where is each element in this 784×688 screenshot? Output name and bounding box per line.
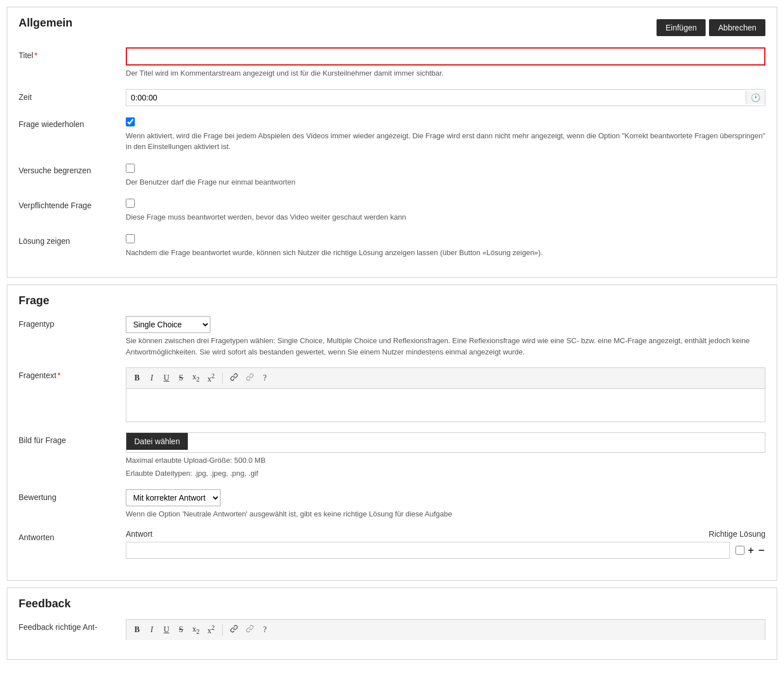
allgemein-title: Allgemein: [19, 16, 73, 29]
zeit-input-wrapper: 🕐: [126, 89, 765, 106]
frage-wiederholen-label: Frage wiederholen: [19, 116, 126, 129]
fragentyp-label: Fragentyp: [19, 316, 126, 328]
loesung-zeigen-label: Lösung zeigen: [19, 233, 126, 246]
add-answer-button[interactable]: +: [747, 545, 755, 555]
fragentext-row: Fragentext* B I U S x2 x2: [19, 367, 765, 422]
answer-input[interactable]: [126, 542, 730, 559]
allgemein-section: Allgemein Einfügen Abbrechen Titel* Der …: [7, 7, 777, 278]
bild-fuer-frage-label: Bild für Frage: [19, 432, 126, 445]
versuche-begrenzen-row: Versuche begrenzen Der Benutzer darf die…: [19, 163, 765, 188]
feedback-subscript-btn[interactable]: x2: [190, 624, 202, 637]
file-name-display: [188, 439, 765, 446]
rte-divider-1: [222, 373, 223, 384]
feedback-toolbar: B I U S x2 x2 ?: [126, 619, 765, 640]
feedback-unlink-btn[interactable]: [243, 624, 257, 636]
feedback-title: Feedback: [19, 597, 71, 610]
antworten-content: Antwort Richtige Lösung + −: [126, 529, 765, 561]
feedback-richtige-row: Feedback richtige Ant- B I U S x2 x2: [19, 619, 765, 640]
feedback-superscript-btn[interactable]: x2: [205, 623, 218, 637]
fragentext-bold-btn[interactable]: B: [131, 373, 143, 384]
bild-fuer-frage-content: Datei wählen Maximal erlaubte Upload-Grö…: [126, 432, 765, 479]
titel-row: Titel* Der Titel wird im Kommentarstream…: [19, 47, 765, 79]
abbrechen-button[interactable]: Abbrechen: [709, 19, 765, 36]
rte-divider-2: [222, 624, 223, 636]
loesung-zeigen-row: Lösung zeigen Nachdem die Frage beantwor…: [19, 233, 765, 258]
feedback-bold-btn[interactable]: B: [131, 624, 143, 636]
feedback-richtige-label: Feedback richtige Ant-: [19, 619, 126, 632]
allowed-types-hint: Erlaubte Dateitypen: .jpg, .jpeg, .png, …: [126, 468, 765, 479]
frage-wiederholen-content: Wenn aktiviert, wird die Frage bei jedem…: [126, 116, 765, 152]
zeit-content: 🕐: [126, 89, 765, 106]
fragentyp-content: Single Choice Multiple Choice Reflexions…: [126, 316, 765, 357]
feedback-richtige-content: B I U S x2 x2 ?: [126, 619, 765, 640]
loesung-zeigen-checkbox[interactable]: [126, 234, 135, 243]
verpflichtende-frage-checkbox[interactable]: [126, 199, 135, 208]
fragentext-link-btn[interactable]: [227, 372, 241, 384]
titel-label: Titel*: [19, 47, 126, 60]
bewertung-content: Mit korrekter Antwort Neutrale Antworten…: [126, 489, 765, 520]
titel-content: Der Titel wird im Kommentarstream angeze…: [126, 47, 765, 79]
richtige-loesung-col-label: Richtige Lösung: [709, 529, 765, 538]
fragentext-content: B I U S x2 x2 ?: [126, 367, 765, 422]
remove-answer-button[interactable]: −: [757, 545, 765, 555]
feedback-link-btn[interactable]: [227, 624, 241, 636]
file-input-wrapper: Datei wählen: [126, 432, 765, 453]
frage-wiederholen-hint: Wenn aktiviert, wird die Frage bei jedem…: [126, 130, 765, 152]
loesung-zeigen-content: Nachdem die Frage beantwortet wurde, kön…: [126, 233, 765, 258]
bild-fuer-frage-row: Bild für Frage Datei wählen Maximal erla…: [19, 432, 765, 479]
fragentext-label: Fragentext*: [19, 367, 126, 380]
answer-correct-checkbox[interactable]: [735, 546, 745, 555]
frage-title: Frage: [19, 294, 49, 306]
clock-icon[interactable]: 🕐: [746, 91, 765, 104]
fragentext-editor[interactable]: [126, 388, 765, 422]
max-size-hint: Maximal erlaubte Upload-Größe: 500.0 MB: [126, 455, 765, 466]
verpflichtende-frage-label: Verpflichtende Frage: [19, 198, 126, 210]
feedback-underline-btn[interactable]: U: [160, 624, 173, 636]
frage-wiederholen-checkbox[interactable]: [126, 117, 135, 126]
frage-section: Frage Fragentyp Single Choice Multiple C…: [7, 284, 777, 581]
frage-wiederholen-row: Frage wiederholen Wenn aktiviert, wird d…: [19, 116, 765, 152]
versuche-begrenzen-hint: Der Benutzer darf die Frage nur einmal b…: [126, 177, 765, 188]
verpflichtende-frage-hint: Diese Frage muss beantwortet werden, bev…: [126, 212, 765, 223]
feedback-help-btn[interactable]: ?: [259, 624, 271, 636]
verpflichtende-frage-row: Verpflichtende Frage Diese Frage muss be…: [19, 198, 765, 223]
zeit-label: Zeit: [19, 89, 126, 102]
feedback-strikethrough-btn[interactable]: S: [175, 624, 187, 636]
bewertung-label: Bewertung: [19, 489, 126, 502]
datei-waehlen-button[interactable]: Datei wählen: [126, 433, 188, 450]
fragentext-underline-btn[interactable]: U: [160, 373, 173, 384]
bewertung-hint: Wenn die Option 'Neutrale Antworten' aus…: [126, 509, 765, 520]
fragentyp-hint: Sie können zwischen drei Fragetypen wähl…: [126, 335, 765, 357]
einfuegen-button[interactable]: Einfügen: [657, 19, 706, 36]
answers-header: Antwort Richtige Lösung: [126, 529, 765, 538]
page-wrapper: Allgemein Einfügen Abbrechen Titel* Der …: [0, 7, 784, 660]
answer-actions: + −: [735, 545, 765, 555]
header-buttons: Einfügen Abbrechen: [657, 19, 765, 36]
antworten-row: Antworten Antwort Richtige Lösung + −: [19, 529, 765, 561]
fragentext-help-btn[interactable]: ?: [259, 373, 271, 384]
versuche-begrenzen-content: Der Benutzer darf die Frage nur einmal b…: [126, 163, 765, 188]
fragentyp-row: Fragentyp Single Choice Multiple Choice …: [19, 316, 765, 357]
fragentext-italic-btn[interactable]: I: [146, 373, 158, 384]
versuche-begrenzen-label: Versuche begrenzen: [19, 163, 126, 175]
bewertung-row: Bewertung Mit korrekter Antwort Neutrale…: [19, 489, 765, 520]
fragentext-unlink-btn[interactable]: [243, 372, 257, 384]
versuche-begrenzen-checkbox[interactable]: [126, 164, 135, 173]
loesung-zeigen-hint: Nachdem die Frage beantwortet wurde, kön…: [126, 247, 765, 258]
zeit-input[interactable]: [126, 90, 746, 106]
fragentext-strikethrough-btn[interactable]: S: [175, 373, 187, 384]
fragentyp-select[interactable]: Single Choice Multiple Choice Reflexions…: [126, 316, 210, 333]
antworten-label: Antworten: [19, 529, 126, 542]
zeit-row: Zeit 🕐: [19, 89, 765, 106]
verpflichtende-frage-content: Diese Frage muss beantwortet werden, bev…: [126, 198, 765, 223]
answer-row: + −: [126, 542, 765, 559]
answer-col-label: Antwort: [126, 529, 152, 538]
fragentext-toolbar: B I U S x2 x2 ?: [126, 367, 765, 388]
titel-input[interactable]: [126, 47, 765, 65]
feedback-section: Feedback Feedback richtige Ant- B I U S …: [7, 588, 777, 660]
fragentext-superscript-btn[interactable]: x2: [205, 371, 218, 385]
bewertung-select[interactable]: Mit korrekter Antwort Neutrale Antworten: [126, 489, 221, 506]
feedback-italic-btn[interactable]: I: [146, 624, 158, 636]
fragentext-subscript-btn[interactable]: x2: [190, 371, 202, 384]
titel-hint: Der Titel wird im Kommentarstream angeze…: [126, 68, 765, 79]
